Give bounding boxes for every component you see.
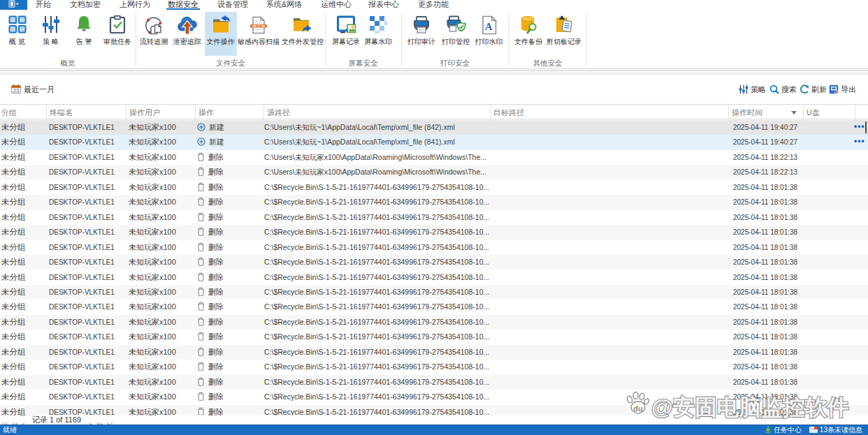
svg-text:@安固电脑监控软件: @安固电脑监控软件 <box>651 395 849 419</box>
svg-text:du: du <box>633 404 642 413</box>
